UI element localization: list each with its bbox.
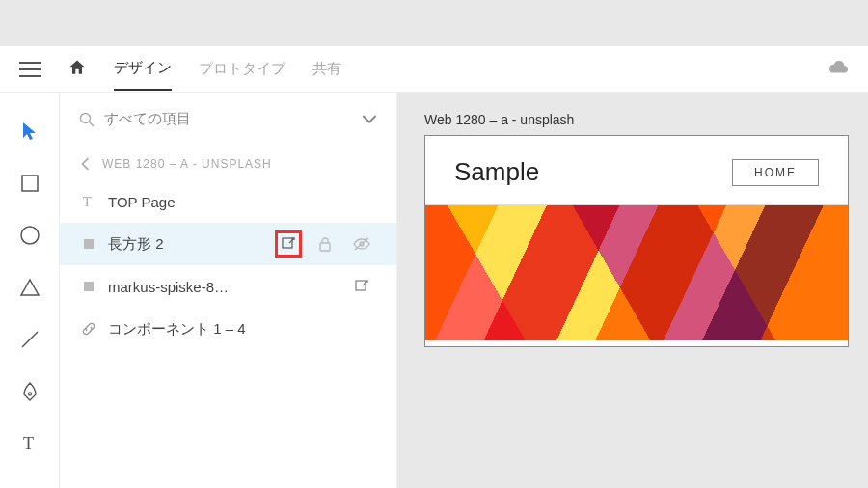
- cloud-icon[interactable]: [827, 60, 849, 79]
- export-mark-icon[interactable]: [275, 230, 302, 258]
- search-input[interactable]: すべての項目: [60, 93, 396, 140]
- layer-item[interactable]: markus-spiske-8…: [60, 265, 396, 308]
- canvas[interactable]: Web 1280 – a - unsplash Sample HOME: [397, 93, 868, 488]
- pen-tool-icon[interactable]: [18, 380, 41, 403]
- hamburger-icon[interactable]: [19, 62, 41, 77]
- svg-rect-13: [356, 281, 366, 290]
- svg-point-1: [21, 227, 39, 244]
- layer-list: T TOP Page 長方形 2 markus-spiske-8…: [60, 180, 396, 350]
- search-text: すべての項目: [104, 110, 352, 128]
- svg-text:T: T: [83, 195, 92, 208]
- layer-name: 長方形 2: [108, 235, 263, 254]
- layer-item[interactable]: T TOP Page: [60, 180, 396, 223]
- home-icon[interactable]: [68, 58, 87, 81]
- text-icon: T: [81, 194, 96, 209]
- menubar: デザイン プロトタイプ 共有: [0, 46, 868, 93]
- svg-line-5: [90, 122, 95, 126]
- breadcrumb[interactable]: WEB 1280 – A - UNSPLASH: [60, 140, 396, 180]
- tab-prototype[interactable]: プロトタイプ: [199, 48, 285, 90]
- svg-line-2: [22, 332, 38, 347]
- ellipse-tool-icon[interactable]: [18, 224, 41, 247]
- svg-point-4: [81, 113, 91, 122]
- svg-rect-8: [283, 238, 292, 248]
- artboard[interactable]: Sample HOME: [424, 135, 849, 347]
- svg-rect-12: [84, 282, 94, 291]
- layer-name: TOP Page: [108, 194, 375, 210]
- rectangle-tool-icon[interactable]: [18, 172, 41, 195]
- chevron-left-icon: [81, 157, 91, 171]
- tool-rail: T: [0, 93, 60, 488]
- hide-icon[interactable]: [348, 230, 375, 258]
- layer-name: コンポーネント 1 – 4: [108, 320, 375, 339]
- hero-image: [425, 205, 848, 340]
- home-nav-button[interactable]: HOME: [732, 159, 819, 186]
- breadcrumb-label: WEB 1280 – A - UNSPLASH: [102, 157, 272, 171]
- layers-panel: すべての項目 WEB 1280 – A - UNSPLASH T TOP Pag…: [60, 93, 397, 488]
- line-tool-icon[interactable]: [18, 328, 41, 351]
- window-chrome: [0, 0, 868, 46]
- layer-item[interactable]: 長方形 2: [60, 223, 396, 265]
- text-tool-icon[interactable]: T: [18, 432, 41, 455]
- layer-item[interactable]: コンポーネント 1 – 4: [60, 308, 396, 350]
- page-title: Sample: [454, 157, 539, 187]
- polygon-tool-icon[interactable]: [18, 276, 41, 299]
- svg-rect-9: [320, 243, 330, 251]
- search-icon: [79, 112, 95, 127]
- square-icon: [81, 279, 96, 294]
- tab-share[interactable]: 共有: [312, 48, 341, 90]
- link-icon: [81, 321, 96, 337]
- lock-icon[interactable]: [312, 230, 339, 258]
- layer-name: markus-spiske-8…: [108, 279, 337, 295]
- select-tool-icon[interactable]: [18, 120, 41, 143]
- square-icon: [81, 236, 96, 252]
- svg-text:T: T: [23, 435, 34, 452]
- tab-design[interactable]: デザイン: [114, 47, 172, 91]
- artboard-header: Sample HOME: [425, 136, 848, 205]
- export-mark-icon[interactable]: [348, 273, 375, 300]
- svg-rect-7: [84, 239, 94, 249]
- artboard-label[interactable]: Web 1280 – a - unsplash: [424, 112, 868, 127]
- chevron-down-icon[interactable]: [362, 112, 377, 127]
- svg-rect-0: [22, 176, 38, 191]
